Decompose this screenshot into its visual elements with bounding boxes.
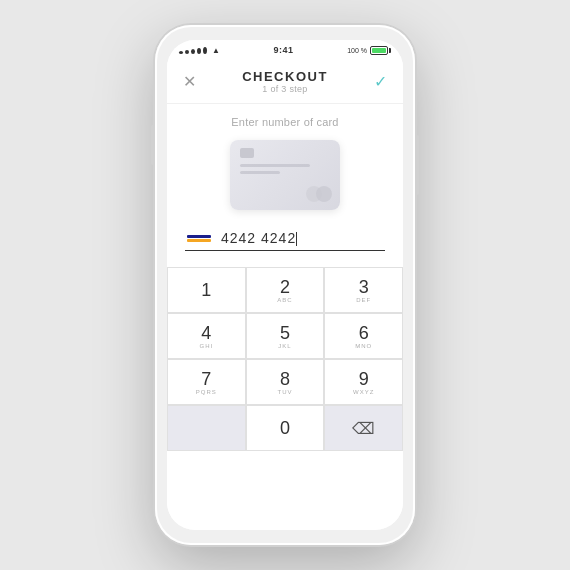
card-illustration <box>230 140 340 210</box>
numpad-key-8[interactable]: 8 TUV <box>246 359 325 405</box>
numpad-key-empty <box>167 405 246 451</box>
numpad: 1 2 ABC 3 DEF 4 GHI <box>167 267 403 451</box>
card-input-row[interactable]: 4242 4242 <box>185 226 385 251</box>
card-lines <box>240 164 330 174</box>
text-cursor <box>296 232 297 246</box>
numpad-row-1: 1 2 ABC 3 DEF <box>167 267 403 313</box>
battery-percent: 100 % <box>347 47 367 54</box>
visa-stripe-bottom <box>187 239 211 242</box>
numpad-key-7[interactable]: 7 PQRS <box>167 359 246 405</box>
visa-logo <box>185 235 213 242</box>
numpad-key-backspace[interactable]: ⌫ <box>324 405 403 451</box>
card-logo <box>306 186 332 202</box>
page-title: CHECKOUT <box>242 69 328 84</box>
numpad-key-3[interactable]: 3 DEF <box>324 267 403 313</box>
numpad-row-2: 4 GHI 5 JKL 6 MNO <box>167 313 403 359</box>
phone-screen: ▲ 9:41 100 % ✕ CHECKOUT 1 of 3 step ✓ <box>167 40 403 530</box>
status-bar: ▲ 9:41 100 % <box>167 40 403 60</box>
confirm-button[interactable]: ✓ <box>374 72 387 91</box>
numpad-row-3: 7 PQRS 8 TUV 9 WXYZ <box>167 359 403 405</box>
status-right: 100 % <box>347 46 391 55</box>
phone-frame: ▲ 9:41 100 % ✕ CHECKOUT 1 of 3 step ✓ <box>155 25 415 545</box>
numpad-key-0[interactable]: 0 <box>246 405 325 451</box>
step-indicator: 1 of 3 step <box>242 84 328 94</box>
numpad-key-2[interactable]: 2 ABC <box>246 267 325 313</box>
header-center: CHECKOUT 1 of 3 step <box>242 69 328 94</box>
content-area: Enter number of card <box>167 104 403 530</box>
card-number-display[interactable]: 4242 4242 <box>221 230 385 246</box>
signal-icon <box>179 47 207 54</box>
card-line-2 <box>240 171 280 174</box>
wifi-icon: ▲ <box>212 46 220 55</box>
card-chip <box>240 148 254 158</box>
card-line-1 <box>240 164 310 167</box>
card-circle-2 <box>316 186 332 202</box>
numpad-key-9[interactable]: 9 WXYZ <box>324 359 403 405</box>
close-button[interactable]: ✕ <box>183 72 196 91</box>
enter-card-label: Enter number of card <box>231 116 338 128</box>
numpad-key-1[interactable]: 1 <box>167 267 246 313</box>
header: ✕ CHECKOUT 1 of 3 step ✓ <box>167 60 403 104</box>
battery-icon <box>370 46 391 55</box>
visa-stripe-top <box>187 235 211 238</box>
status-time: 9:41 <box>274 45 294 55</box>
backspace-icon: ⌫ <box>352 419 375 438</box>
numpad-row-4: 0 ⌫ <box>167 405 403 451</box>
status-left: ▲ <box>179 46 220 55</box>
numpad-key-5[interactable]: 5 JKL <box>246 313 325 359</box>
numpad-key-6[interactable]: 6 MNO <box>324 313 403 359</box>
numpad-key-4[interactable]: 4 GHI <box>167 313 246 359</box>
